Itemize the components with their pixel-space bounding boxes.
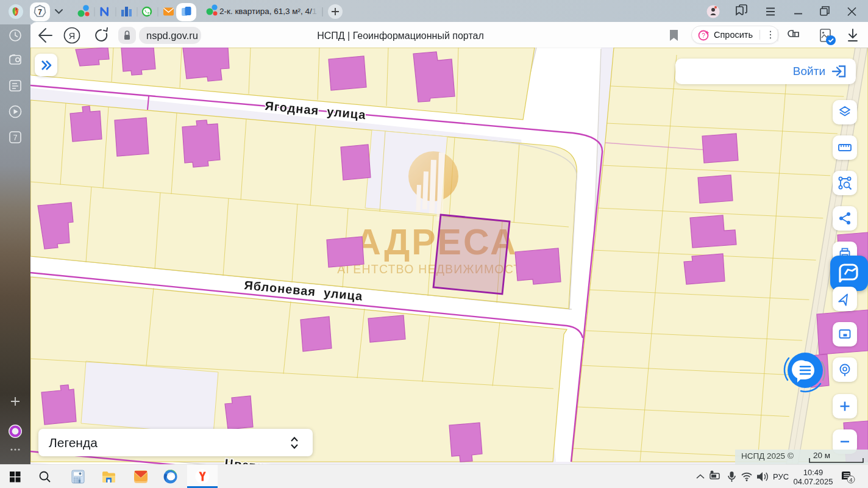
svg-text:10:49: 10:49: [803, 468, 824, 477]
svg-text:НСПД | Геоинформационный порта: НСПД | Геоинформационный портал: [317, 30, 484, 41]
svg-text:nspd.gov.ru: nspd.gov.ru: [146, 30, 198, 41]
svg-text:4: 4: [849, 476, 852, 483]
svg-text:?: ?: [702, 32, 705, 39]
svg-text:7: 7: [13, 134, 18, 142]
svg-text:04.07.2025: 04.07.2025: [793, 477, 833, 486]
svg-text:РУС: РУС: [773, 472, 789, 481]
svg-text:7: 7: [38, 8, 42, 16]
svg-text:Я: Я: [69, 31, 75, 41]
